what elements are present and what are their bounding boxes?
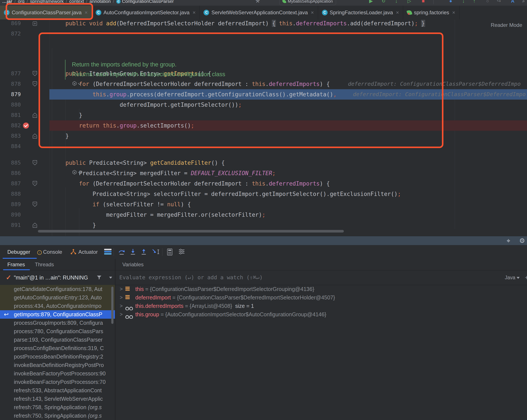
stack-frame[interactable]: refresh:750, SpringApplication (org.s xyxy=(0,411,115,420)
git-update-icon[interactable]: ↓ xyxy=(462,0,465,5)
editor-tab[interactable]: CSpringFactoriesLoader.java× xyxy=(318,6,403,20)
stack-frame[interactable]: parse:193, ConfigurationClassParser xyxy=(0,336,115,344)
search-everywhere-icon[interactable]: ⌕ xyxy=(522,0,525,5)
variable-row[interactable]: >this.group = {AutoConfigurationImportSe… xyxy=(115,310,527,319)
tab-frames[interactable]: Frames xyxy=(7,259,25,270)
editor-tab[interactable]: spring.factories× xyxy=(403,6,460,20)
stack-frame[interactable]: ↩getImports:879, ConfigurationClassP xyxy=(0,310,115,319)
line-number[interactable]: 879 xyxy=(0,89,21,99)
close-tab-icon[interactable]: × xyxy=(192,10,196,16)
stack-frame[interactable]: invokeBeanDefinitionRegistryPostPro xyxy=(0,361,115,369)
expand-chevron-icon[interactable]: > xyxy=(120,310,122,319)
git-push-icon[interactable]: ↑ xyxy=(473,0,475,5)
close-tab-icon[interactable]: × xyxy=(452,10,455,16)
line-number[interactable]: 886 xyxy=(0,168,21,178)
line-number[interactable]: 877 xyxy=(0,68,21,79)
line-number[interactable]: 878 xyxy=(0,79,21,89)
step-over-button[interactable] xyxy=(118,248,125,256)
stack-frame[interactable]: refresh:533, AbstractApplicationCont xyxy=(0,386,115,395)
evaluate-expression-bar[interactable]: Evaluate expression (↵) or add a watch (… xyxy=(115,270,527,285)
close-tab-icon[interactable]: × xyxy=(396,10,399,16)
filter-frames-icon[interactable] xyxy=(96,275,102,280)
add-watch-icon[interactable]: + xyxy=(525,270,527,285)
doc-render-toggle-icon[interactable] xyxy=(72,81,81,86)
run-configuration-selector[interactable]: MybatisSetupApplication xyxy=(279,0,336,5)
stack-frame[interactable]: refresh:143, ServletWebServerApplic xyxy=(0,395,115,403)
line-number[interactable]: 885 xyxy=(0,158,21,168)
tab-console[interactable]: ↓Console xyxy=(37,245,62,259)
stack-frame[interactable]: processGroupImports:809, Configura xyxy=(0,319,115,327)
close-tab-icon[interactable]: × xyxy=(85,10,88,16)
eval-language-selector[interactable]: Java xyxy=(505,270,520,285)
step-out-button[interactable] xyxy=(140,248,147,256)
gear-icon[interactable]: ⚙ xyxy=(519,237,525,245)
stack-frame[interactable]: processConfigBeanDefinitions:319, C xyxy=(0,344,115,353)
call-stack-list[interactable]: getCandidateConfigurations:178, AutgetAu… xyxy=(0,285,115,420)
run-button-icon[interactable]: ▶ xyxy=(369,0,373,5)
expand-chevron-icon[interactable]: > xyxy=(120,293,122,302)
breadcrumb-item[interactable]: context xyxy=(69,0,84,4)
coverage-button-icon[interactable]: ↓ xyxy=(395,0,397,5)
stack-frame[interactable]: refresh:758, SpringApplication (org.s xyxy=(0,403,115,411)
debugger-settings-icon[interactable] xyxy=(178,248,185,256)
stack-frame[interactable]: getCandidateConfigurations:178, Aut xyxy=(0,285,115,293)
horizontal-scrollbar[interactable] xyxy=(38,230,344,232)
run-to-cursor-button[interactable] xyxy=(152,248,160,256)
stack-frame[interactable]: postProcessBeanDefinitionRegistry:2 xyxy=(0,353,115,361)
line-number[interactable]: 888 xyxy=(0,189,21,199)
line-number[interactable]: 869 xyxy=(0,20,21,29)
breadcrumb[interactable]: …jar/org/springframework/context/annotat… xyxy=(2,0,174,6)
step-into-button[interactable] xyxy=(129,248,137,256)
git-branch-icon[interactable]: ● xyxy=(449,0,452,5)
history-icon[interactable]: ○ xyxy=(486,0,489,5)
codewithme-icon[interactable]: A xyxy=(511,0,515,5)
expand-chevron-icon[interactable]: > xyxy=(120,285,122,293)
stack-frame[interactable]: invokeBeanFactoryPostProcessors:90 xyxy=(0,369,115,378)
line-number[interactable]: 891 xyxy=(0,220,21,230)
line-number[interactable]: 882 xyxy=(0,120,21,131)
line-number[interactable]: 880 xyxy=(0,99,21,110)
breadcrumb-item[interactable]: …jar xyxy=(2,0,12,4)
editor-tab[interactable]: CAutoConfigurationImportSelector.java× xyxy=(92,6,200,20)
thread-selector[interactable]: ✓ "main"@1 in …ain": RUNNING xyxy=(0,270,115,285)
line-number[interactable]: 883 xyxy=(0,131,21,141)
line-number[interactable]: 889 xyxy=(0,199,21,210)
stack-frame[interactable]: process:780, ConfigurationClassPars xyxy=(0,327,115,336)
line-number[interactable]: 890 xyxy=(0,210,21,220)
tab-actuator[interactable]: Actuator xyxy=(70,245,98,259)
profiler-button-icon[interactable]: ▷ xyxy=(407,0,411,5)
close-tab-icon[interactable]: × xyxy=(311,10,314,16)
variable-row[interactable]: >this = {ConfigurationClassParser$Deferr… xyxy=(115,285,527,293)
variable-row[interactable]: >deferredImport = {ConfigurationClassPar… xyxy=(115,293,527,302)
stack-frame[interactable]: getAutoConfigurationEntry:123, Auto xyxy=(0,293,115,302)
reader-mode-button[interactable]: Reader Mode xyxy=(491,22,522,28)
code-editor[interactable]: 869 public void add(DeferredImportSelect… xyxy=(0,20,527,236)
tab-debugger[interactable]: Debugger xyxy=(7,245,30,259)
frames-scrollbar[interactable] xyxy=(111,287,113,324)
build-hammer-icon[interactable]: ⚒ xyxy=(255,0,260,5)
fold-marker-icon[interactable] xyxy=(32,222,38,232)
line-number[interactable]: 872 xyxy=(0,29,21,39)
breadcrumb-item[interactable]: annotation xyxy=(89,0,111,4)
tab-threads[interactable]: Threads xyxy=(35,259,54,270)
variables-list[interactable]: >this = {ConfigurationClassParser$Deferr… xyxy=(115,285,527,420)
stack-frame[interactable]: process:434, AutoConfigurationImpo xyxy=(0,302,115,310)
line-number[interactable]: 881 xyxy=(0,110,21,120)
variable-row[interactable]: >this.deferredImports = {ArrayList@4508}… xyxy=(115,302,527,310)
editor-tab[interactable]: CServletWebServerApplicationContext.java… xyxy=(200,6,318,20)
breadcrumb-item[interactable]: org xyxy=(18,0,24,4)
expand-chevron-icon[interactable]: > xyxy=(120,302,122,310)
layout-options-icon[interactable] xyxy=(104,249,111,255)
line-number[interactable]: 884 xyxy=(0,141,21,152)
editor-tab[interactable]: CConfigurationClassParser.java× xyxy=(0,6,92,20)
evaluate-expression-button[interactable] xyxy=(166,248,173,257)
line-number[interactable]: 887 xyxy=(0,178,21,189)
doc-render-toggle-icon[interactable] xyxy=(72,170,81,175)
target-icon[interactable]: ⌖ xyxy=(507,237,510,245)
stop-button-icon[interactable]: ■ xyxy=(422,0,425,5)
debug-button-icon[interactable]: ↻ xyxy=(382,0,385,5)
stack-frame[interactable]: invokeBeanFactoryPostProcessors:70 xyxy=(0,378,115,386)
breadcrumb-item[interactable]: ConfigurationClassParser xyxy=(122,0,174,4)
breadcrumb-item[interactable]: springframework xyxy=(30,0,64,4)
chevron-down-icon[interactable] xyxy=(109,277,112,279)
